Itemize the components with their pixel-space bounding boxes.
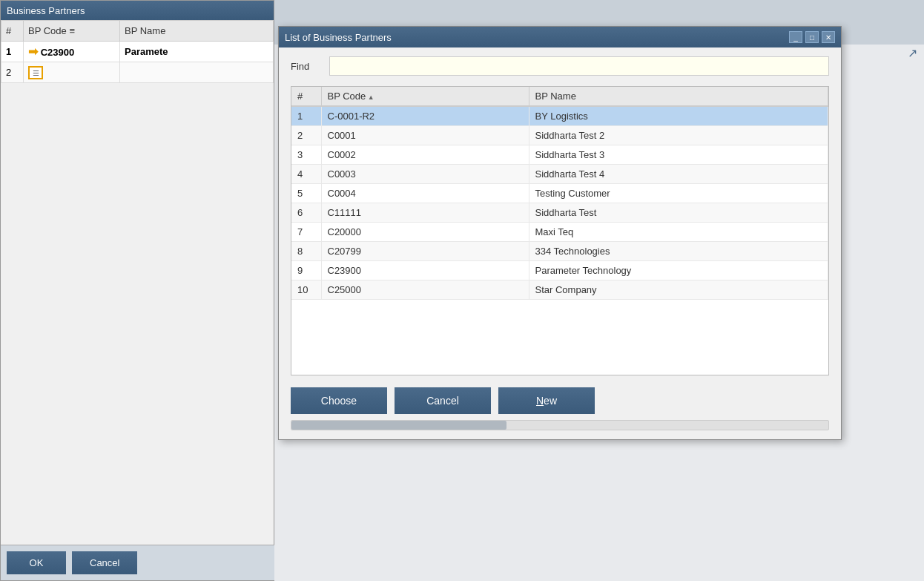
bg-main-table: # BP Code ≡ BP Name 1 ➡ C23900 Paramete … xyxy=(1,20,274,83)
col-header-bpname: BP Name xyxy=(529,87,828,106)
cell-bpcode: C-0001-R2 xyxy=(321,106,529,126)
bg-bottom-bar: OK Cancel xyxy=(1,545,275,580)
arrow-icon: ➡ xyxy=(28,45,38,58)
dialog-title-controls: _ □ ✕ xyxy=(789,31,835,43)
business-partners-window: Business Partners # BP Code ≡ BP Name 1 … xyxy=(0,0,274,581)
row-bpname-2 xyxy=(120,62,274,83)
cell-bpname: Testing Customer xyxy=(529,184,828,203)
cell-bpname: Maxi Teq xyxy=(529,223,828,242)
maximize-button[interactable]: □ xyxy=(805,31,819,43)
cell-bpcode: C20000 xyxy=(321,223,529,242)
table-row[interactable]: 7C20000Maxi Teq xyxy=(291,223,828,242)
cell-bpcode: C11111 xyxy=(321,203,529,223)
row-num: 1 xyxy=(1,42,24,62)
col-header-num: # xyxy=(291,87,321,106)
col-header-bpcode: BP Code ≡ xyxy=(24,21,120,42)
table-row[interactable]: 1C-0001-R2BY Logistics xyxy=(291,106,828,126)
cell-num: 4 xyxy=(291,165,321,184)
list-table-body: 1C-0001-R2BY Logistics2C0001Siddharta Te… xyxy=(291,106,828,300)
col-header-bpcode[interactable]: BP Code xyxy=(321,87,529,106)
row-bpcode: ➡ C23900 xyxy=(24,42,120,62)
external-link-icon: ↗ xyxy=(908,46,923,61)
dialog-title: List of Business Partners xyxy=(285,32,392,43)
cell-bpcode: C25000 xyxy=(321,280,529,300)
table-row[interactable]: 6C11111Siddharta Test xyxy=(291,203,828,223)
cell-bpname: 334 Technologies xyxy=(529,242,828,261)
cell-bpname: Siddharta Test 3 xyxy=(529,145,828,165)
cell-bpcode: C0002 xyxy=(321,145,529,165)
bg-window-content: # BP Code ≡ BP Name 1 ➡ C23900 Paramete … xyxy=(1,20,274,83)
list-table: # BP Code BP Name 1C-0001-R2BY Logistics… xyxy=(291,87,828,300)
choose-button[interactable]: Choose xyxy=(291,387,387,414)
table-header-row: # BP Code BP Name xyxy=(291,87,828,106)
col-header-hash: # xyxy=(1,21,24,42)
cell-num: 10 xyxy=(291,280,321,300)
bg-cancel-button[interactable]: Cancel xyxy=(72,551,137,574)
table-row[interactable]: 3C0002Siddharta Test 3 xyxy=(291,145,828,165)
table-row[interactable]: 5C0004Testing Customer xyxy=(291,184,828,203)
table-row: 1 ➡ C23900 Paramete xyxy=(1,42,274,62)
lookup-icon[interactable] xyxy=(28,66,43,79)
find-label: Find xyxy=(291,61,320,72)
table-row: 2 xyxy=(1,62,274,83)
new-button[interactable]: New xyxy=(498,387,595,414)
cell-num: 9 xyxy=(291,261,321,280)
row-num-2: 2 xyxy=(1,62,24,83)
row-bpcode-value: C23900 xyxy=(41,47,75,58)
table-row[interactable]: 9C23900Parameter Technology xyxy=(291,261,828,280)
cancel-button[interactable]: Cancel xyxy=(395,387,491,414)
cell-bpcode: C0001 xyxy=(321,126,529,145)
cell-bpname: Star Company xyxy=(529,280,828,300)
find-input[interactable] xyxy=(329,56,829,76)
dialog-body: Find # BP Code BP Name 1C-0001-R2BY Logi… xyxy=(279,47,841,439)
list-table-wrapper: # BP Code BP Name 1C-0001-R2BY Logistics… xyxy=(291,86,829,375)
find-row: Find xyxy=(291,56,829,76)
new-button-underline-letter: N xyxy=(536,395,544,407)
cell-num: 6 xyxy=(291,203,321,223)
dialog-buttons: Choose Cancel New xyxy=(291,387,829,414)
cell-bpname: BY Logistics xyxy=(529,106,828,126)
row-bpcode-2 xyxy=(24,62,120,83)
cell-bpcode: C0004 xyxy=(321,184,529,203)
cell-bpcode: C23900 xyxy=(321,261,529,280)
bg-window-title: Business Partners xyxy=(7,5,85,16)
cell-bpcode: C0003 xyxy=(321,165,529,184)
cell-num: 3 xyxy=(291,145,321,165)
table-row[interactable]: 8C20799334 Technologies xyxy=(291,242,828,261)
cell-bpcode: C20799 xyxy=(321,242,529,261)
row-bpname: Paramete xyxy=(120,42,274,62)
cell-num: 1 xyxy=(291,106,321,126)
cell-bpname: Parameter Technology xyxy=(529,261,828,280)
list-dialog: List of Business Partners _ □ ✕ Find # B… xyxy=(278,26,842,440)
table-row[interactable]: 4C0003Siddharta Test 4 xyxy=(291,165,828,184)
bg-ok-button[interactable]: OK xyxy=(7,551,66,574)
bg-window-titlebar: Business Partners xyxy=(1,1,274,20)
cell-num: 8 xyxy=(291,242,321,261)
table-row[interactable]: 2C0001Siddharta Test 2 xyxy=(291,126,828,145)
table-row[interactable]: 10C25000Star Company xyxy=(291,280,828,300)
minimize-button[interactable]: _ xyxy=(789,31,802,43)
col-header-bpname: BP Name xyxy=(120,21,274,42)
cell-num: 7 xyxy=(291,223,321,242)
cell-num: 2 xyxy=(291,126,321,145)
cell-bpname: Siddharta Test xyxy=(529,203,828,223)
cell-bpname: Siddharta Test 4 xyxy=(529,165,828,184)
cell-bpname: Siddharta Test 2 xyxy=(529,126,828,145)
scrollbar-thumb xyxy=(291,421,506,430)
close-button[interactable]: ✕ xyxy=(822,31,835,43)
dialog-horizontal-scrollbar[interactable] xyxy=(291,420,829,430)
cell-num: 5 xyxy=(291,184,321,203)
dialog-titlebar: List of Business Partners _ □ ✕ xyxy=(279,27,841,47)
